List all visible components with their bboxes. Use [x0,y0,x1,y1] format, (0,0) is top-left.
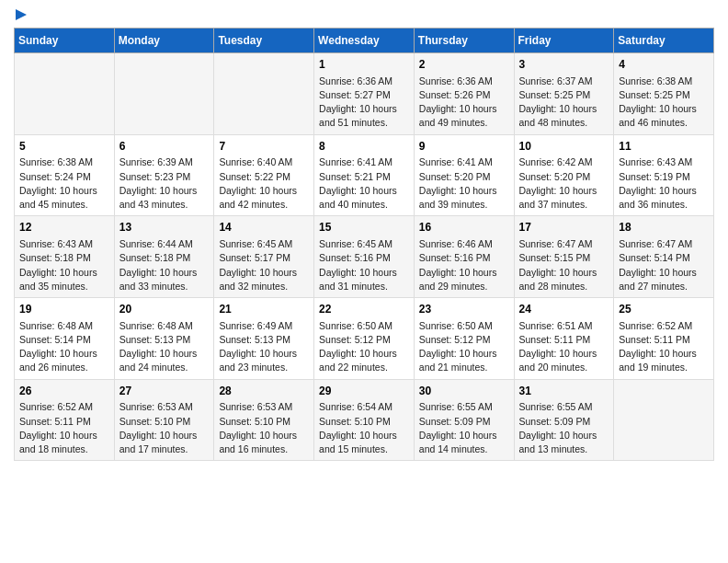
calendar-cell: 18Sunrise: 6:47 AM Sunset: 5:14 PM Dayli… [614,216,714,298]
day-number: 17 [519,220,609,236]
day-number: 4 [619,57,709,73]
day-info: Sunrise: 6:47 AM Sunset: 5:14 PM Dayligh… [619,237,709,293]
day-number: 10 [519,139,609,155]
day-info: Sunrise: 6:41 AM Sunset: 5:20 PM Dayligh… [419,155,509,212]
day-info: Sunrise: 6:51 AM Sunset: 5:11 PM Dayligh… [519,319,609,375]
calendar-cell: 2Sunrise: 6:36 AM Sunset: 5:26 PM Daylig… [414,53,514,135]
calendar-cell: 23Sunrise: 6:50 AM Sunset: 5:12 PM Dayli… [414,298,514,380]
day-info: Sunrise: 6:41 AM Sunset: 5:21 PM Dayligh… [319,155,409,212]
day-number: 2 [419,57,509,73]
day-number: 24 [519,302,609,317]
calendar-cell: 26Sunrise: 6:52 AM Sunset: 5:11 PM Dayli… [15,379,115,461]
day-number: 29 [319,384,409,399]
calendar-week-row: 1Sunrise: 6:36 AM Sunset: 5:27 PM Daylig… [15,53,714,135]
day-info: Sunrise: 6:54 AM Sunset: 5:10 PM Dayligh… [319,400,409,456]
day-info: Sunrise: 6:45 AM Sunset: 5:16 PM Dayligh… [319,237,409,293]
calendar-cell: 8Sunrise: 6:41 AM Sunset: 5:21 PM Daylig… [314,134,415,216]
day-info: Sunrise: 6:43 AM Sunset: 5:19 PM Dayligh… [619,155,709,212]
day-info: Sunrise: 6:39 AM Sunset: 5:23 PM Dayligh… [119,155,210,212]
day-info: Sunrise: 6:53 AM Sunset: 5:10 PM Dayligh… [119,400,210,456]
calendar-cell: 3Sunrise: 6:37 AM Sunset: 5:25 PM Daylig… [514,53,614,135]
calendar-cell: 1Sunrise: 6:36 AM Sunset: 5:27 PM Daylig… [314,53,415,135]
calendar-cell: 4Sunrise: 6:38 AM Sunset: 5:25 PM Daylig… [614,53,714,135]
calendar-cell: 6Sunrise: 6:39 AM Sunset: 5:23 PM Daylig… [114,134,214,216]
calendar-cell: 7Sunrise: 6:40 AM Sunset: 5:22 PM Daylig… [214,134,314,216]
day-number: 26 [19,384,109,399]
day-info: Sunrise: 6:48 AM Sunset: 5:13 PM Dayligh… [119,319,210,375]
day-info: Sunrise: 6:44 AM Sunset: 5:18 PM Dayligh… [119,237,210,293]
day-number: 25 [619,302,709,317]
day-number: 9 [419,139,509,155]
day-of-week-header: Saturday [614,29,714,53]
calendar-cell: 20Sunrise: 6:48 AM Sunset: 5:13 PM Dayli… [114,298,214,380]
calendar-week-row: 5Sunrise: 6:38 AM Sunset: 5:24 PM Daylig… [15,134,714,216]
day-info: Sunrise: 6:52 AM Sunset: 5:11 PM Dayligh… [619,319,709,375]
day-of-week-header: Sunday [15,29,115,53]
calendar-cell: 21Sunrise: 6:49 AM Sunset: 5:13 PM Dayli… [214,298,314,380]
calendar-header: SundayMondayTuesdayWednesdayThursdayFrid… [15,29,714,53]
day-info: Sunrise: 6:55 AM Sunset: 5:09 PM Dayligh… [419,400,509,456]
day-info: Sunrise: 6:47 AM Sunset: 5:15 PM Dayligh… [519,237,609,293]
logo [14,9,27,20]
calendar-cell: 5Sunrise: 6:38 AM Sunset: 5:24 PM Daylig… [15,134,115,216]
day-info: Sunrise: 6:37 AM Sunset: 5:25 PM Dayligh… [519,75,609,131]
day-info: Sunrise: 6:45 AM Sunset: 5:17 PM Dayligh… [219,237,309,293]
day-number: 7 [219,139,309,155]
day-number: 22 [319,302,409,317]
day-of-week-header: Wednesday [314,29,415,53]
day-info: Sunrise: 6:38 AM Sunset: 5:25 PM Dayligh… [619,75,709,131]
day-number: 30 [419,384,509,399]
calendar-cell: 22Sunrise: 6:50 AM Sunset: 5:12 PM Dayli… [314,298,415,380]
day-number: 6 [119,139,210,155]
day-info: Sunrise: 6:52 AM Sunset: 5:11 PM Dayligh… [19,400,109,456]
day-number: 19 [19,302,109,317]
day-number: 28 [219,384,309,399]
calendar-cell [214,53,314,135]
day-info: Sunrise: 6:48 AM Sunset: 5:14 PM Dayligh… [19,319,109,375]
day-info: Sunrise: 6:38 AM Sunset: 5:24 PM Dayligh… [19,155,109,212]
calendar-cell: 25Sunrise: 6:52 AM Sunset: 5:11 PM Dayli… [614,298,714,380]
calendar-cell: 30Sunrise: 6:55 AM Sunset: 5:09 PM Dayli… [414,379,514,461]
day-number: 11 [619,139,709,155]
calendar-cell: 10Sunrise: 6:42 AM Sunset: 5:20 PM Dayli… [514,134,614,216]
calendar-cell [15,53,115,135]
calendar-cell: 14Sunrise: 6:45 AM Sunset: 5:17 PM Dayli… [214,216,314,298]
day-info: Sunrise: 6:49 AM Sunset: 5:13 PM Dayligh… [219,319,309,375]
day-number: 13 [119,220,210,236]
header [14,9,714,20]
day-info: Sunrise: 6:43 AM Sunset: 5:18 PM Dayligh… [19,237,109,293]
day-number: 23 [419,302,509,317]
day-number: 5 [19,139,109,155]
day-info: Sunrise: 6:53 AM Sunset: 5:10 PM Dayligh… [219,400,309,456]
day-info: Sunrise: 6:36 AM Sunset: 5:26 PM Dayligh… [419,75,509,131]
day-number: 14 [219,220,309,236]
day-number: 20 [119,302,210,317]
calendar-cell: 28Sunrise: 6:53 AM Sunset: 5:10 PM Dayli… [214,379,314,461]
day-number: 12 [19,220,109,236]
day-info: Sunrise: 6:50 AM Sunset: 5:12 PM Dayligh… [319,319,409,375]
day-number: 21 [219,302,309,317]
calendar-cell: 19Sunrise: 6:48 AM Sunset: 5:14 PM Dayli… [15,298,115,380]
calendar-cell: 11Sunrise: 6:43 AM Sunset: 5:19 PM Dayli… [614,134,714,216]
calendar-week-row: 19Sunrise: 6:48 AM Sunset: 5:14 PM Dayli… [15,298,714,380]
day-number: 31 [519,384,609,399]
day-number: 3 [519,57,609,73]
day-number: 8 [319,139,409,155]
calendar-week-row: 26Sunrise: 6:52 AM Sunset: 5:11 PM Dayli… [15,379,714,461]
day-info: Sunrise: 6:55 AM Sunset: 5:09 PM Dayligh… [519,400,609,456]
calendar-cell: 13Sunrise: 6:44 AM Sunset: 5:18 PM Dayli… [114,216,214,298]
day-info: Sunrise: 6:46 AM Sunset: 5:16 PM Dayligh… [419,237,509,293]
calendar-cell: 31Sunrise: 6:55 AM Sunset: 5:09 PM Dayli… [514,379,614,461]
day-number: 15 [319,220,409,236]
calendar-cell: 9Sunrise: 6:41 AM Sunset: 5:20 PM Daylig… [414,134,514,216]
calendar-cell: 29Sunrise: 6:54 AM Sunset: 5:10 PM Dayli… [314,379,415,461]
day-number: 16 [419,220,509,236]
calendar-cell: 24Sunrise: 6:51 AM Sunset: 5:11 PM Dayli… [514,298,614,380]
day-of-week-header: Monday [114,29,214,53]
calendar-cell [614,379,714,461]
day-info: Sunrise: 6:50 AM Sunset: 5:12 PM Dayligh… [419,319,509,375]
day-number: 1 [319,57,409,73]
calendar-cell: 15Sunrise: 6:45 AM Sunset: 5:16 PM Dayli… [314,216,415,298]
day-info: Sunrise: 6:42 AM Sunset: 5:20 PM Dayligh… [519,155,609,212]
logo-arrow-icon [16,9,27,20]
